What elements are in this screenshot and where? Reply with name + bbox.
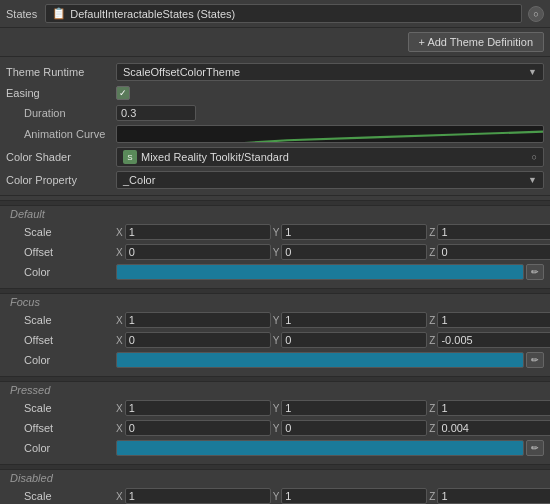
offset-z-input-pressed[interactable] [437,420,550,436]
shader-text: Mixed Reality Toolkit/Standard [141,151,289,163]
scale-y-label-default: Y [273,227,280,238]
offset-z-input-default[interactable] [437,244,550,260]
offset-value-pressed: X Y Z [116,420,550,436]
offset-xyz-default: X Y Z [116,244,550,260]
scale-x-field-default: X [116,224,271,240]
color-picker-button-default[interactable]: ✏ [526,264,544,280]
scale-x-input-pressed[interactable] [125,400,271,416]
duration-input[interactable] [116,105,196,121]
group-section-disabled: Disabled Scale X Y Z [0,460,550,504]
offset-y-input-focus[interactable] [281,332,427,348]
easing-checkbox[interactable]: ✓ [116,86,130,100]
group-section-default: Default Scale X Y Z [0,196,550,284]
scale-x-label-default: X [116,227,123,238]
animation-curve-widget[interactable] [116,125,544,143]
color-row-pressed: Color ✏ [0,438,550,458]
groups-container: Default Scale X Y Z [0,196,550,504]
color-shader-dropdown[interactable]: S Mixed Reality Toolkit/Standard ○ [116,147,544,167]
scale-y-input-pressed[interactable] [281,400,427,416]
offset-x-label-default: X [116,247,123,258]
offset-x-input-default[interactable] [125,244,271,260]
offset-y-input-pressed[interactable] [281,420,427,436]
scale-x-input-focus[interactable] [125,312,271,328]
duration-label: Duration [6,107,116,119]
states-options-button[interactable]: ○ [528,6,544,22]
color-property-label: Color Property [6,174,116,186]
group-label-default: Default [0,206,550,222]
offset-y-field-pressed: Y [273,420,428,436]
color-picker-button-pressed[interactable]: ✏ [526,440,544,456]
states-value[interactable]: 📋 DefaultInteractableStates (States) [45,4,522,23]
curve-display[interactable] [116,125,544,143]
color-value-pressed: ✏ [116,440,544,456]
color-bar-focus[interactable] [116,352,524,368]
offset-x-field-default: X [116,244,271,260]
duration-value [116,105,544,121]
scale-row-default: Scale X Y Z [0,222,550,242]
shader-row: S Mixed Reality Toolkit/Standard [123,150,289,164]
offset-row-focus: Offset X Y Z [0,330,550,350]
scale-y-input-disabled[interactable] [281,488,427,504]
offset-row-pressed: Offset X Y Z [0,418,550,438]
shader-icon: S [123,150,137,164]
color-label-pressed: Color [6,442,116,454]
scale-xyz-default: X Y Z [116,224,550,240]
scale-x-input-disabled[interactable] [125,488,271,504]
group-label-pressed: Pressed [0,382,550,398]
color-picker-row-pressed: ✏ [116,440,544,456]
color-picker-row-default: ✏ [116,264,544,280]
scale-xyz-pressed: X Y Z [116,400,550,416]
offset-z-label-focus: Z [429,335,435,346]
scale-row-disabled: Scale X Y Z [0,486,550,504]
offset-z-label-default: Z [429,247,435,258]
scale-z-label-focus: Z [429,315,435,326]
offset-xyz-focus: X Y Z [116,332,550,348]
duration-row: Duration [0,103,550,123]
scale-row-focus: Scale X Y Z [0,310,550,330]
scale-x-label-disabled: X [116,491,123,502]
offset-x-input-focus[interactable] [125,332,271,348]
scale-row-pressed: Scale X Y Z [0,398,550,418]
scale-z-input-disabled[interactable] [437,488,550,504]
offset-label-pressed: Offset [6,422,116,434]
states-value-text: DefaultInteractableStates (States) [70,8,235,20]
scale-y-input-default[interactable] [281,224,427,240]
scale-y-field-pressed: Y [273,400,428,416]
offset-z-input-focus[interactable] [437,332,550,348]
scale-y-input-focus[interactable] [281,312,427,328]
color-property-dropdown[interactable]: _Color ▼ [116,171,544,189]
scale-z-input-focus[interactable] [437,312,550,328]
animation-curve-row: Animation Curve [0,123,550,145]
scale-y-label-disabled: Y [273,491,280,502]
scale-z-input-default[interactable] [437,224,550,240]
scale-x-label-focus: X [116,315,123,326]
scale-x-label-pressed: X [116,403,123,414]
scale-y-field-disabled: Y [273,488,428,504]
scale-x-field-disabled: X [116,488,271,504]
states-file-icon: 📋 [52,7,66,20]
scale-x-field-focus: X [116,312,271,328]
states-label: States [6,8,37,20]
scale-z-label-disabled: Z [429,491,435,502]
theme-runtime-dropdown[interactable]: ScaleOffsetColorTheme ▼ [116,63,544,81]
color-bar-default[interactable] [116,264,524,280]
group-label-focus: Focus [0,294,550,310]
offset-y-input-default[interactable] [281,244,427,260]
color-shader-row: Color Shader S Mixed Reality Toolkit/Sta… [0,145,550,169]
scale-x-field-pressed: X [116,400,271,416]
color-picker-button-focus[interactable]: ✏ [526,352,544,368]
scale-z-field-default: Z [429,224,550,240]
theme-runtime-arrow-icon: ▼ [528,67,537,77]
scale-y-field-default: Y [273,224,428,240]
offset-value-default: X Y Z [116,244,550,260]
offset-value-focus: X Y Z [116,332,550,348]
offset-x-input-pressed[interactable] [125,420,271,436]
color-row-focus: Color ✏ [0,350,550,370]
scale-z-label-default: Z [429,227,435,238]
color-property-text: _Color [123,174,155,186]
scale-z-input-pressed[interactable] [437,400,550,416]
color-bar-pressed[interactable] [116,440,524,456]
color-value-default: ✏ [116,264,544,280]
scale-x-input-default[interactable] [125,224,271,240]
add-theme-definition-button[interactable]: + Add Theme Definition [408,32,544,52]
